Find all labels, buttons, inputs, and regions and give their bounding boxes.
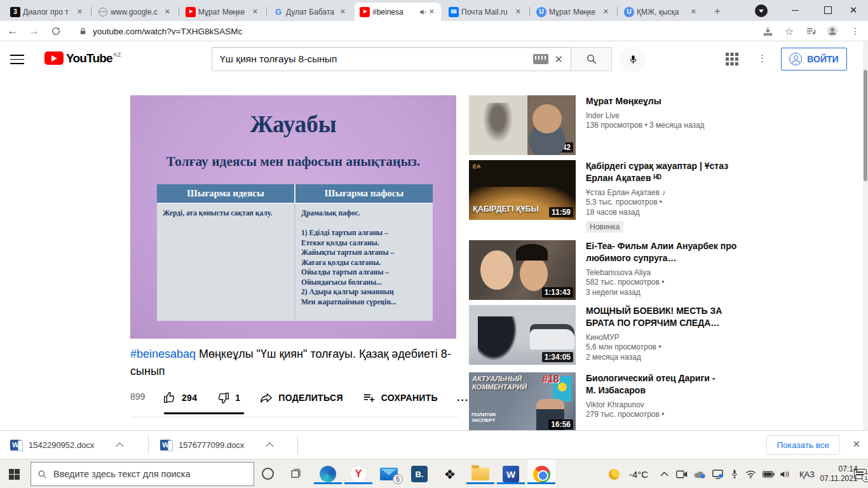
- temperature[interactable]: -4°C: [624, 459, 653, 488]
- related-title[interactable]: Ei-Tea- Фильм Алии Ануарбек про любимого…: [586, 240, 752, 264]
- voice-search-button[interactable]: [620, 46, 646, 72]
- video-thumbnail[interactable]: 1:13:43: [469, 240, 576, 300]
- youtube-logo[interactable]: YouTube KZ: [44, 51, 121, 65]
- signin-button[interactable]: ВОЙТИ: [781, 48, 847, 71]
- download-item-1[interactable]: W 1542290952.docx: [0, 431, 134, 459]
- related-channel[interactable]: Ұстаз Ерлан Ақатаев ♪: [586, 188, 752, 197]
- tab-close-icon[interactable]: ✕: [514, 8, 522, 16]
- video-thumbnail[interactable]: ЕА ҚАБІРДЕГІ ҚҰБЫ 11:59: [469, 160, 576, 220]
- dislike-button[interactable]: 1: [216, 391, 240, 405]
- more-actions-icon[interactable]: ...: [457, 392, 469, 403]
- youtube-settings-menu-icon[interactable]: ⋮: [756, 53, 769, 65]
- cortana-icon[interactable]: [262, 468, 274, 480]
- browser-profile-avatar[interactable]: [825, 24, 840, 39]
- related-channel[interactable]: Telebarissova Aliya: [586, 268, 752, 277]
- related-title[interactable]: Мұрат Мөңкеұлы: [586, 95, 752, 107]
- microphone-tray-icon[interactable]: [727, 459, 742, 488]
- taskbar-word-icon[interactable]: W: [497, 464, 525, 484]
- page-scrollbar[interactable]: [863, 41, 868, 430]
- tray-expand-icon[interactable]: [657, 459, 671, 488]
- show-all-downloads-button[interactable]: Показать все: [766, 435, 840, 455]
- volume-icon[interactable]: [776, 459, 793, 488]
- related-title[interactable]: Қабірдегі сұрақ жауаптар | Ұстаз Ерлан А…: [586, 160, 752, 184]
- onedrive-icon[interactable]: [691, 459, 708, 488]
- display-connect-icon[interactable]: [709, 459, 726, 488]
- task-view-icon[interactable]: [282, 464, 310, 484]
- chevron-up-icon[interactable]: [266, 442, 274, 451]
- tab-close-icon[interactable]: ✕: [339, 8, 347, 16]
- guide-menu-icon[interactable]: [10, 52, 24, 66]
- forward-icon[interactable]: →: [27, 24, 42, 39]
- start-button[interactable]: [9, 469, 20, 480]
- clear-search-icon[interactable]: ✕: [555, 53, 563, 65]
- bookmark-star-icon[interactable]: ☆: [782, 24, 797, 39]
- video-player[interactable]: Жауабы Толғау идеясы мен пафосын анықтаң…: [130, 95, 456, 339]
- tab-google-search[interactable]: www.google.c ✕: [93, 3, 177, 21]
- battery-icon[interactable]: [760, 459, 776, 488]
- related-title[interactable]: Биологический отец Дариги - М. Избасаров: [586, 372, 722, 396]
- download-item-2[interactable]: W 1576777099.docx: [150, 431, 284, 459]
- youtube-apps-icon[interactable]: [726, 53, 738, 65]
- taskbar-bitrix-icon[interactable]: B.: [405, 464, 433, 484]
- media-toolbar-icon[interactable]: [803, 24, 818, 39]
- save-button[interactable]: СОХРАНИТЬ: [362, 391, 438, 405]
- tab-dialog[interactable]: 3 Диалог про т ✕: [5, 3, 89, 21]
- related-channel[interactable]: Inder Live: [586, 111, 752, 120]
- related-video-3[interactable]: 1:13:43 Ei-Tea- Фильм Алии Ануарбек про …: [469, 240, 863, 300]
- hashtag-link[interactable]: #beinesabaq: [130, 348, 196, 360]
- taskbar-dropbox-icon[interactable]: ❖: [436, 464, 464, 484]
- tab-close-icon[interactable]: ✕: [76, 8, 84, 16]
- back-icon[interactable]: ←: [5, 24, 20, 39]
- taskbar-clock[interactable]: 07:14 07.11.2021: [821, 459, 857, 488]
- taskbar-edge-icon[interactable]: [314, 464, 342, 484]
- video-thumbnail[interactable]: 1:34:05: [469, 305, 576, 365]
- tab-audio-icon[interactable]: [419, 8, 428, 17]
- share-button[interactable]: ПОДЕЛИТЬСЯ: [259, 391, 342, 405]
- related-video-2[interactable]: ЕА ҚАБІРДЕГІ ҚҰБЫ 11:59 Қабірдегі сұрақ …: [469, 160, 863, 236]
- taskbar-yandex-icon[interactable]: Y: [344, 464, 372, 484]
- meet-now-camera-icon[interactable]: [674, 459, 690, 488]
- taskbar-mail-icon[interactable]: 5: [375, 464, 403, 484]
- global-media-controls-icon[interactable]: [755, 4, 768, 17]
- tab-close-icon[interactable]: ✕: [602, 8, 610, 16]
- tab-close-icon[interactable]: ✕: [428, 8, 436, 16]
- download-status-icon[interactable]: [760, 24, 775, 39]
- new-tab-button[interactable]: +: [709, 4, 726, 20]
- scrollbar-thumb[interactable]: [864, 70, 867, 181]
- related-channel[interactable]: КиноМУР: [586, 333, 752, 342]
- reload-icon[interactable]: [48, 24, 64, 39]
- taskbar-search-box[interactable]: Введите здесь текст для поиска: [31, 462, 254, 486]
- tab-close-icon[interactable]: ✕: [689, 8, 698, 16]
- search-input[interactable]: [212, 53, 533, 65]
- related-video-1[interactable]: 20:42 Мұрат Мөңкеұлы Inder Live 136 прос…: [469, 95, 863, 155]
- weather-moon-icon[interactable]: [605, 459, 623, 488]
- tab-kmzh[interactable]: U ҚМЖ, қысқа ✕: [619, 3, 703, 21]
- related-video-5[interactable]: АКТУАЛЬНЫЙ КОММЕНТАРИЙ #18 ПОЛИТИК ЭКСПЕ…: [469, 372, 863, 430]
- tab-beinesabaq-active[interactable]: #beinesa ✕: [355, 3, 441, 21]
- keyboard-icon[interactable]: [533, 54, 548, 64]
- tab-google-dulat[interactable]: G Дулат Бабата ✕: [268, 3, 352, 21]
- search-button[interactable]: [571, 47, 612, 71]
- window-minimize-button[interactable]: [780, 0, 810, 20]
- wifi-icon[interactable]: [742, 459, 759, 488]
- chevron-up-icon[interactable]: [116, 442, 124, 451]
- browser-menu-icon[interactable]: ⋮: [848, 24, 863, 39]
- tab-close-icon[interactable]: ✕: [251, 8, 259, 16]
- related-video-4[interactable]: 1:34:05 МОЩНЫЙ БОЕВИК! МЕСТЬ ЗА БРАТА ПО…: [469, 305, 863, 365]
- tab-mailru[interactable]: Почта Mail.ru ✕: [444, 3, 527, 21]
- like-button[interactable]: 294: [163, 391, 197, 405]
- tab-ustudy-murat[interactable]: U Мұрат Мөңке ✕: [531, 3, 615, 21]
- related-title[interactable]: МОЩНЫЙ БОЕВИК! МЕСТЬ ЗА БРАТА ПО ГОРЯЧИМ…: [586, 305, 752, 329]
- close-downloads-bar-icon[interactable]: ✕: [852, 438, 860, 450]
- video-thumbnail[interactable]: АКТУАЛЬНЫЙ КОММЕНТАРИЙ #18 ПОЛИТИК ЭКСПЕ…: [469, 372, 576, 430]
- window-close-button[interactable]: ✕: [839, 0, 868, 20]
- action-center-icon[interactable]: 1: [853, 459, 868, 488]
- address-bar[interactable]: youtube.com/watch?v=TXHG8kSASMc: [71, 24, 756, 39]
- taskbar-explorer-icon[interactable]: [466, 464, 494, 484]
- lock-icon[interactable]: [79, 27, 87, 36]
- video-thumbnail[interactable]: 20:42: [469, 95, 576, 155]
- language-indicator[interactable]: ҚАЗ: [794, 459, 820, 488]
- related-channel[interactable]: Viktor Khrapunov: [586, 400, 752, 409]
- taskbar-chrome-icon[interactable]: [527, 464, 555, 484]
- tab-close-icon[interactable]: ✕: [163, 8, 172, 16]
